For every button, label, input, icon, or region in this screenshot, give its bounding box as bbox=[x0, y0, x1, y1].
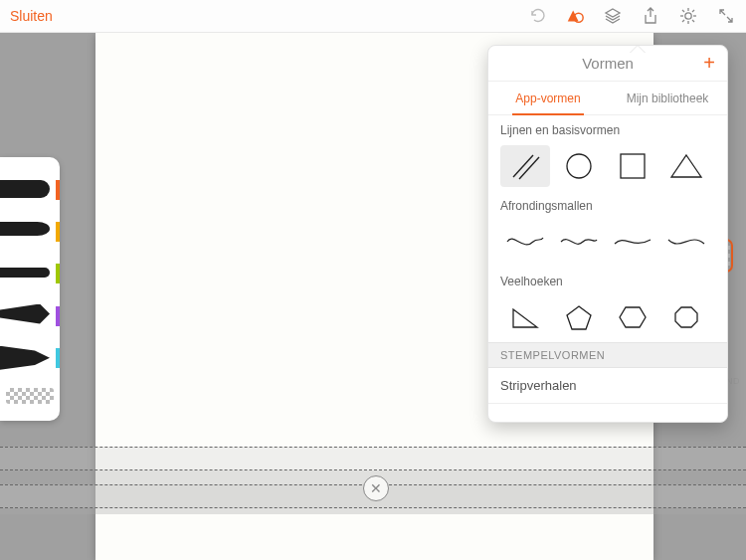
shape-triangle[interactable] bbox=[661, 145, 711, 187]
svg-point-12 bbox=[567, 154, 591, 178]
brush-eraser[interactable] bbox=[6, 388, 54, 404]
add-shape-button[interactable]: + bbox=[703, 52, 715, 75]
brush-fineliner[interactable] bbox=[0, 258, 60, 289]
tab-app-shapes[interactable]: App-vormen bbox=[488, 82, 608, 114]
section-rounding: Afrondingsmallen bbox=[488, 191, 727, 267]
section-polygons-title: Veelhoeken bbox=[500, 275, 715, 288]
svg-line-7 bbox=[692, 20, 694, 22]
shape-pentagon[interactable] bbox=[554, 296, 604, 338]
share-icon[interactable] bbox=[641, 6, 660, 26]
popup-header: Vormen + bbox=[488, 46, 727, 82]
shape-curve-1[interactable] bbox=[500, 221, 550, 263]
shape-right-triangle[interactable] bbox=[500, 296, 550, 338]
shape-circle[interactable] bbox=[554, 145, 604, 187]
shape-curve-2[interactable] bbox=[554, 221, 604, 263]
top-icons bbox=[527, 6, 736, 26]
brush-flat[interactable] bbox=[0, 342, 60, 374]
popup-title: Vormen bbox=[582, 55, 634, 72]
popup-tabs: App-vormen Mijn bibliotheek bbox=[488, 82, 727, 115]
section-polygons: Veelhoeken bbox=[488, 267, 727, 342]
section-rounding-title: Afrondingsmallen bbox=[500, 199, 715, 213]
shapes-icon[interactable] bbox=[565, 6, 585, 26]
section-stamp-header: STEMPELVORMEN bbox=[488, 342, 727, 368]
guide-line-top[interactable] bbox=[0, 447, 746, 470]
layers-icon[interactable] bbox=[603, 6, 623, 26]
top-bar: Sluiten bbox=[0, 0, 746, 33]
section-lines-title: Lijnen en basisvormen bbox=[500, 123, 715, 137]
close-button[interactable]: Sluiten bbox=[10, 8, 53, 24]
shape-curve-4[interactable] bbox=[661, 221, 711, 263]
shape-diagonal-lines[interactable] bbox=[500, 145, 550, 187]
brush-brushpen[interactable] bbox=[0, 216, 60, 248]
brush-chisel[interactable] bbox=[0, 300, 60, 332]
tab-my-library[interactable]: Mijn bibliotheek bbox=[608, 82, 727, 114]
popup-body: Lijnen en basisvormen bbox=[488, 115, 727, 422]
svg-line-6 bbox=[682, 10, 684, 12]
svg-rect-13 bbox=[621, 154, 645, 178]
shape-square[interactable] bbox=[608, 145, 657, 187]
dismiss-guide-button[interactable]: ✕ bbox=[363, 475, 389, 501]
list-item-comics[interactable]: Stripverhalen bbox=[488, 368, 727, 404]
close-icon: ✕ bbox=[370, 480, 382, 496]
undo-icon[interactable] bbox=[527, 6, 547, 26]
brush-panel bbox=[0, 157, 60, 421]
section-lines: Lijnen en basisvormen bbox=[488, 115, 727, 191]
shape-hexagon[interactable] bbox=[608, 296, 657, 338]
shapes-popup: Vormen + App-vormen Mijn bibliotheek Lij… bbox=[487, 45, 728, 423]
svg-line-9 bbox=[692, 10, 694, 12]
fullscreen-icon[interactable] bbox=[716, 6, 736, 26]
workspace: ✕ OND Vormen + App-vormen Mijn bibliothe… bbox=[0, 33, 746, 560]
shape-octagon[interactable] bbox=[661, 296, 711, 338]
svg-line-8 bbox=[682, 20, 684, 22]
shape-curve-3[interactable] bbox=[608, 221, 657, 263]
brush-marker[interactable] bbox=[0, 174, 60, 206]
svg-point-1 bbox=[685, 13, 691, 19]
gear-icon[interactable] bbox=[678, 6, 698, 26]
